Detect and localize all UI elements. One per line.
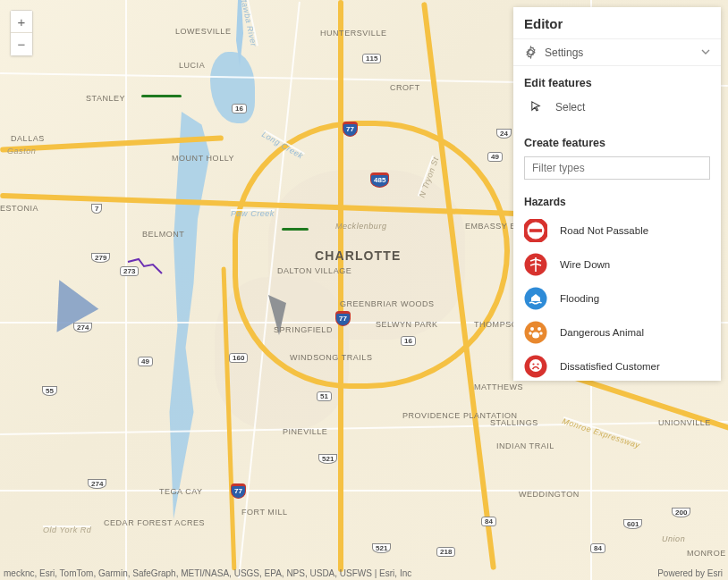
place-label: LUCIA: [179, 61, 205, 70]
feature-label: Wire Down: [560, 259, 610, 270]
svg-point-5: [530, 327, 534, 331]
place-label: Mecklenburg: [335, 222, 386, 231]
feature-road-not-passable[interactable]: Road Not Passable: [513, 214, 721, 248]
svg-point-7: [529, 332, 531, 334]
shield-interstate: 77: [231, 483, 246, 499]
shield-route: 55: [42, 386, 57, 396]
place-label: STANLEY: [86, 94, 125, 103]
gear-icon: [524, 46, 538, 59]
shield-interstate: 77: [335, 311, 351, 326]
city-label-charlotte: CHARLOTTE: [315, 248, 401, 263]
place-label: PINEVILLE: [283, 427, 327, 436]
filter-types-input[interactable]: [524, 156, 710, 180]
shield-route: 274: [88, 479, 106, 489]
shield-route: 274: [73, 323, 92, 332]
feature-list: Road Not Passable Wire Down Flooding Dan…: [513, 214, 721, 381]
feature-label: Flooding: [560, 293, 599, 304]
place-label: WINDSONG TRAILS: [290, 353, 343, 362]
place-label: CROFT: [390, 83, 420, 92]
shield-route: 200: [672, 508, 690, 517]
svg-point-6: [538, 327, 541, 331]
shield-route: 160: [229, 353, 248, 363]
place-label: MATTHEWS: [474, 382, 523, 391]
shield-route: 16: [232, 104, 247, 113]
place-label: ESTONIA: [0, 204, 38, 213]
shield-route: 51: [317, 391, 332, 401]
paw-icon: [524, 321, 547, 344]
hazards-group-title: Hazards: [513, 187, 721, 214]
place-label: FORT MILL: [241, 508, 288, 517]
minor-road: [0, 490, 728, 492]
place-label: DALLAS: [11, 134, 45, 143]
place-label: DALTON VILLAGE: [277, 266, 322, 275]
place-label: TEGA CAY: [159, 487, 203, 496]
minor-road: [125, 0, 127, 580]
shield-route: 279: [91, 253, 110, 263]
shield-route: 7: [91, 204, 102, 214]
place-label: WEDDINGTON: [519, 490, 580, 499]
zoom-out-button[interactable]: −: [11, 33, 32, 55]
select-tool[interactable]: Select: [513, 97, 721, 126]
svg-point-12: [532, 363, 534, 365]
no-entry-icon: [524, 219, 547, 242]
place-label: GREENBRIAR WOODS: [340, 299, 398, 308]
shield-route: 218: [436, 547, 455, 557]
place-label: LOWESVILLE: [175, 27, 231, 36]
flooding-icon: [524, 287, 547, 310]
powered-by-label[interactable]: Powered by Esri: [657, 568, 723, 578]
shield-route: 521: [372, 543, 391, 553]
feature-label: Dangerous Animal: [560, 327, 644, 338]
edit-features-title: Edit features: [513, 66, 721, 97]
place-label: STALLINGS: [490, 418, 538, 427]
select-label: Select: [555, 101, 585, 113]
zoom-in-button[interactable]: +: [11, 11, 32, 33]
feature-flooding[interactable]: Flooding: [513, 282, 721, 315]
place-label: HUNTERSVILLE: [320, 29, 387, 38]
shield-route: 84: [590, 543, 605, 553]
shield-route: 521: [318, 454, 337, 464]
wire-down-icon: [524, 253, 547, 276]
place-label: Union: [662, 534, 685, 543]
shield-interstate: 77: [343, 122, 358, 137]
zoom-control: + −: [10, 10, 33, 56]
svg-point-9: [532, 332, 539, 339]
place-label: MONROE: [687, 549, 726, 558]
settings-label: Settings: [545, 46, 583, 59]
svg-point-8: [539, 332, 542, 334]
create-features-title: Create features: [513, 126, 721, 156]
place-label: PROVIDENCE PLANTATION: [402, 411, 470, 420]
feature-dangerous-animal[interactable]: Dangerous Animal: [513, 315, 721, 349]
place-label: Gaston: [7, 147, 36, 156]
road-label: Paw Creek: [231, 209, 275, 211]
shield-route: 16: [401, 336, 416, 346]
place-label: SELWYN PARK: [376, 320, 420, 329]
map-feature-line[interactable]: [282, 228, 309, 231]
road-label: Monroe Expressway: [563, 416, 641, 443]
map-feature-line[interactable]: [141, 95, 182, 97]
sad-face-icon: [524, 355, 547, 378]
settings-row[interactable]: Settings: [513, 38, 721, 66]
editor-panel: Editor Settings Edit features Select Cre…: [513, 7, 721, 381]
feature-dissatisfied-customer[interactable]: Dissatisfied Customer: [513, 349, 721, 381]
shield-route: 49: [138, 357, 153, 366]
shield-route: 24: [496, 129, 512, 139]
svg-point-13: [537, 363, 538, 365]
place-label: EMBASSY EAST: [465, 222, 514, 231]
shield-route: 115: [362, 54, 381, 63]
shield-route: 273: [120, 266, 139, 276]
feature-wire-down[interactable]: Wire Down: [513, 248, 721, 282]
svg-point-11: [529, 359, 542, 372]
svg-rect-1: [529, 229, 542, 232]
app-viewport: CHARLOTTE LOWESVILLE HUNTERSVILLE LUCIA …: [0, 0, 728, 580]
place-label: INDIAN TRAIL: [496, 441, 554, 450]
minor-road: [0, 421, 728, 435]
feature-label: Road Not Passable: [560, 225, 648, 236]
feature-label: Dissatisfied Customer: [560, 361, 660, 372]
place-label: UNIONVILLE: [658, 418, 711, 427]
road-label: Catawba River: [244, 0, 258, 46]
place-label: SPRINGFIELD: [274, 325, 333, 334]
map-attribution: mecknc, Esri, TomTom, Garmin, SafeGraph,…: [4, 568, 411, 578]
cursor-icon: [529, 100, 543, 113]
place-label: MOUNT HOLLY: [172, 154, 207, 163]
shield-route: 601: [623, 519, 642, 529]
